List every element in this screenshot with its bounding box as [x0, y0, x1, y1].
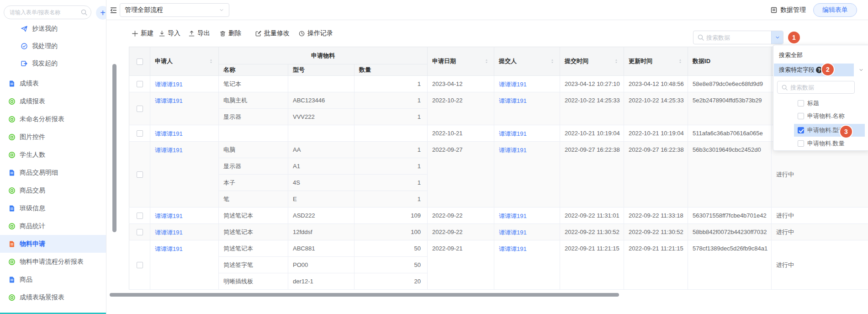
- applicant-link[interactable]: 谭谭谭191: [155, 229, 183, 236]
- field-option-标题[interactable]: 标题: [794, 97, 865, 109]
- panel-search-input[interactable]: [790, 84, 854, 91]
- sidebar-item-未命名分析报表[interactable]: 未命名分析报表: [0, 110, 106, 128]
- advanced-search-toggle[interactable]: [771, 31, 783, 44]
- applicant-link[interactable]: 谭谭谭191: [155, 147, 183, 154]
- field-option-label: 标题: [807, 99, 819, 107]
- caret-sort-icon[interactable]: [484, 59, 489, 64]
- sidebar-item-学生人数[interactable]: 学生人数: [0, 146, 106, 164]
- sidebar-item-label: 图片控件: [20, 133, 45, 141]
- column-header-applicant[interactable]: 申请人: [150, 47, 219, 76]
- sidebar-item-label: 成绩报表: [20, 97, 45, 106]
- add-form-button[interactable]: +: [96, 6, 106, 20]
- applicant-link[interactable]: 谭谭谭191: [155, 213, 183, 219]
- flow-select[interactable]: 管理全部流程: [120, 3, 229, 17]
- plus-button[interactable]: 新建: [132, 20, 153, 47]
- row-checkbox[interactable]: [137, 262, 143, 268]
- row-checkbox[interactable]: [137, 213, 143, 219]
- app-window: 抄送我的我处理的我发起的 成绩表成绩报表未命名分析报表图片控件学生人数商品交易明…: [0, 0, 868, 314]
- caret-sort-icon[interactable]: [677, 59, 683, 64]
- submitter-link[interactable]: 谭谭谭191: [499, 245, 527, 252]
- row-checkbox[interactable]: [137, 106, 143, 112]
- submitter-link[interactable]: 谭谭谭191: [499, 147, 527, 154]
- table-row: 谭谭谭191简述笔记本ABC881502022-09-21谭谭谭1912022-…: [129, 240, 868, 257]
- column-header-apply_date[interactable]: 申请日期: [428, 47, 494, 76]
- applicant-link[interactable]: 谭谭谭191: [155, 130, 183, 137]
- caret-sort-icon[interactable]: [208, 59, 214, 64]
- data-search-input[interactable]: [706, 31, 771, 44]
- column-header-data-id: 数据ID: [688, 47, 772, 76]
- toolbar: 新建导入导出删除批量修改操作记录: [106, 20, 868, 47]
- sidebar-header: +: [0, 0, 106, 24]
- submitter-link[interactable]: 谭谭谭191: [499, 130, 527, 137]
- caret-sort-icon[interactable]: [550, 59, 555, 64]
- field-option-申请物料.名称[interactable]: 申请物料.名称: [794, 110, 865, 122]
- update-time-cell: 2022-09-22 11:33:18: [624, 208, 688, 224]
- applicant-link[interactable]: 谭谭谭191: [155, 97, 183, 104]
- table-row: 谭谭谭1912022-10-21谭谭谭1912022-10-21 10:19:0…: [129, 125, 868, 142]
- import-button[interactable]: 导入: [159, 20, 180, 47]
- checkbox[interactable]: [798, 100, 804, 106]
- update-time-cell: 2022-09-21 11:21:15: [624, 240, 688, 290]
- toolbar-button-label: 删除: [228, 29, 241, 37]
- menu-fold-icon[interactable]: [110, 6, 117, 14]
- checkbox[interactable]: [798, 140, 804, 147]
- select-all-checkbox[interactable]: [137, 59, 143, 65]
- field-option-申请物料.型号[interactable]: 申请物料.型号: [794, 124, 865, 137]
- row-checkbox[interactable]: [137, 81, 143, 87]
- initiated-icon: [21, 60, 28, 67]
- sidebar-item-商品交易[interactable]: 商品交易: [0, 181, 106, 199]
- field-option-label: 申请物料.名称: [807, 112, 845, 120]
- field-option-申请物料.数量[interactable]: 申请物料.数量: [794, 137, 865, 149]
- row-checkbox[interactable]: [137, 171, 143, 178]
- applicant-link[interactable]: 谭谭谭191: [155, 81, 183, 88]
- applicant-link[interactable]: 谭谭谭191: [155, 245, 183, 252]
- vertical-scrollbar-thumb[interactable]: [112, 64, 116, 232]
- batch-edit-button[interactable]: 批量修改: [255, 20, 290, 47]
- sidebar-item-商品交易明细[interactable]: 商品交易明细: [0, 164, 106, 181]
- sidebar-item-班级信息[interactable]: 班级信息: [0, 199, 106, 217]
- horizontal-scrollbar-thumb[interactable]: [110, 293, 619, 297]
- submitter-link[interactable]: 谭谭谭191: [499, 213, 527, 219]
- edit-form-button[interactable]: 编辑表单: [813, 3, 857, 17]
- search-all-option[interactable]: 搜索全部: [779, 51, 803, 59]
- sidebar-item-成绩报表[interactable]: 成绩报表: [0, 92, 106, 110]
- row-checkbox-cell: [129, 92, 150, 125]
- sidebar-item-商品[interactable]: 商品: [0, 271, 106, 288]
- column-header-submit_time[interactable]: 提交时间: [560, 47, 624, 76]
- checkbox[interactable]: [798, 113, 804, 119]
- column-header-submitter[interactable]: 提交人: [494, 47, 560, 76]
- export-button[interactable]: 导出: [188, 20, 210, 47]
- submitter-link[interactable]: 谭谭谭191: [499, 229, 527, 236]
- trash-button[interactable]: 删除: [219, 20, 241, 47]
- search-icon: [80, 9, 88, 16]
- sidebar-item-成绩表[interactable]: 成绩表: [0, 75, 106, 92]
- data-manage-button[interactable]: 数据管理: [770, 0, 806, 20]
- sidebar-item-成绩表场景报表[interactable]: 成绩表场景报表: [0, 288, 106, 306]
- row-checkbox[interactable]: [137, 229, 143, 235]
- history-button[interactable]: 操作记录: [298, 20, 333, 47]
- submitter-link[interactable]: 谭谭谭191: [499, 97, 527, 104]
- question-circle-icon[interactable]: ?: [816, 67, 822, 73]
- sidebar-item-label: 班级信息: [20, 204, 45, 213]
- applicant-cell: 谭谭谭191: [150, 125, 219, 142]
- checked-checkbox[interactable]: [798, 127, 804, 133]
- column-header-update_time[interactable]: 更新时间: [624, 47, 688, 76]
- search-fields-option[interactable]: 搜索特定字段 ?: [774, 64, 854, 76]
- caret-sort-icon[interactable]: [614, 59, 619, 64]
- row-checkbox[interactable]: [137, 130, 143, 137]
- sidebar-item-label: 未命名分析报表: [20, 115, 64, 123]
- applicant-cell: 谭谭谭191: [150, 224, 219, 240]
- sidebar-item-2[interactable]: 我发起的: [0, 55, 106, 72]
- chevron-down-icon[interactable]: [858, 67, 864, 73]
- step-badge-2: 2: [822, 64, 834, 75]
- sidebar-search-input[interactable]: [4, 5, 91, 19]
- sidebar-item-商品统计[interactable]: 商品统计: [0, 217, 106, 235]
- search-icon: [781, 84, 788, 91]
- sidebar-item-图片控件[interactable]: 图片控件: [0, 128, 106, 146]
- row-checkbox-cell: [129, 224, 150, 240]
- sidebar-item-物料申请流程分析报表[interactable]: 物料申请流程分析报表: [0, 253, 106, 271]
- submitter-link[interactable]: 谭谭谭191: [499, 81, 527, 88]
- sidebar-item-物料申请[interactable]: 物料申请: [0, 235, 106, 253]
- sidebar-item-1[interactable]: 我处理的: [0, 37, 106, 55]
- apply-date-cell: 2022-10-21: [428, 125, 494, 142]
